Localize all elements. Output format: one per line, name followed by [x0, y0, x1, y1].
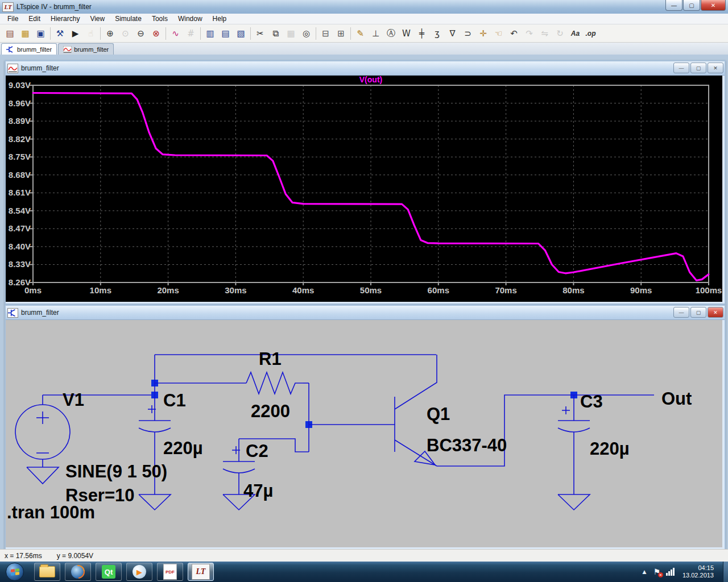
print-preview-icon[interactable]: ⊞ [333, 26, 349, 41]
copy-icon[interactable]: ⧉ [268, 26, 283, 41]
close-button[interactable]: ✕ [701, 0, 726, 11]
c3-label[interactable]: C3 [580, 392, 603, 411]
cut-icon[interactable]: ✂ [253, 26, 268, 41]
menu-tools[interactable]: Tools [147, 14, 173, 23]
waveform-minimize-button[interactable]: — [673, 63, 689, 73]
place-label-icon[interactable]: Ⓐ [383, 26, 399, 41]
menu-window[interactable]: Window [173, 14, 208, 23]
save-icon[interactable]: ▣ [33, 26, 48, 41]
menu-edit[interactable]: Edit [23, 14, 46, 23]
toolbar-separator [100, 27, 101, 40]
menu-help[interactable]: Help [208, 14, 232, 23]
q1-label[interactable]: Q1 [427, 404, 450, 424]
waveform-close-button[interactable]: ✕ [708, 63, 723, 73]
place-diode-icon[interactable]: ∇ [445, 26, 460, 41]
q1-transistor[interactable] [309, 355, 437, 466]
waveform-restore-button[interactable]: ▢ [690, 63, 706, 73]
place-inductor-icon[interactable]: ʒ [429, 26, 445, 41]
open-file-icon[interactable]: ▦ [18, 26, 33, 41]
place-component-icon[interactable]: ⊃ [460, 26, 475, 41]
menu-hierarchy[interactable]: Hierarchy [46, 14, 85, 23]
v1-value-label[interactable]: SINE(9 1 50) [65, 462, 167, 481]
cursor-x-readout: x = 17.56ms [5, 552, 42, 560]
c1-label[interactable]: C1 [163, 390, 186, 410]
cascade-windows-icon[interactable]: ▧ [233, 26, 249, 41]
menu-simulate[interactable]: Simulate [110, 14, 147, 23]
schematic-close-button[interactable]: ✕ [708, 307, 723, 318]
tile-horizontal-icon[interactable]: ▤ [218, 26, 233, 41]
r1-value-label[interactable]: 2200 [251, 401, 290, 421]
taskbar-explorer-button[interactable] [34, 563, 60, 581]
zoom-out-icon[interactable]: ⊖ [133, 26, 148, 41]
plot-area[interactable]: 0ms10ms20ms30ms40ms50ms60ms70ms80ms90ms1… [6, 76, 722, 302]
v1-label[interactable]: V1 [63, 390, 84, 410]
place-capacitor-icon[interactable]: ╪ [414, 26, 429, 41]
taskbar-ltspice-button[interactable]: LT [188, 563, 214, 581]
restore-button[interactable]: ▢ [683, 0, 700, 11]
action-center-flag-icon[interactable]: ⚑✕ [653, 567, 660, 576]
main-title-bar: LT LTspice IV - brumm_filter — ▢ ✕ [0, 0, 728, 14]
schematic-restore-button[interactable]: ▢ [690, 307, 706, 318]
c1-capacitor[interactable] [139, 355, 171, 510]
taskbar-qt-button[interactable]: Qt [96, 563, 122, 581]
draw-wire-icon[interactable]: ✎ [353, 26, 368, 41]
system-tray: ▲ ⚑✕ 04:15 13.02.2013 [642, 562, 728, 582]
network-signal-icon[interactable] [666, 568, 675, 576]
toolbar-separator [316, 27, 316, 40]
tray-expand-icon[interactable]: ▲ [642, 569, 646, 575]
move-icon[interactable]: ✛ [475, 26, 491, 41]
spice-directive-icon[interactable]: .op [583, 26, 598, 41]
schematic-minimize-button[interactable]: — [673, 307, 689, 318]
toolbar: ▤▦▣⚒▶☝⊕⊙⊖⊗∿#▥▤▧✂⧉▦◎⊟⊞✎⊥ⒶW╪ʒ∇⊃✛☜↶↷⇋↻Aa.op [0, 24, 728, 43]
tab-waveform[interactable]: brumm_filter [58, 43, 114, 55]
c3-value-label[interactable]: 220µ [590, 439, 630, 459]
c1-value-label[interactable]: 220µ [163, 438, 203, 458]
zoom-in-icon[interactable]: ⊕ [102, 26, 118, 41]
schematic-window-titlebar[interactable]: brumm_filter — ▢ ✕ [6, 306, 725, 320]
run-simulation-icon[interactable]: ▶ [68, 26, 83, 41]
place-text-icon[interactable]: Aa [568, 26, 583, 41]
svg-text:50ms: 50ms [360, 285, 382, 295]
menu-file[interactable]: File [2, 14, 23, 23]
autorange-y-axis-icon[interactable]: ∿ [168, 26, 183, 41]
svg-text:10ms: 10ms [90, 285, 111, 295]
window-title: LTspice IV - brumm_filter [16, 3, 92, 11]
toolbar-separator [250, 27, 251, 40]
c2-value-label[interactable]: 47µ [243, 481, 273, 501]
waveform-window-icon [7, 64, 18, 73]
r1-label[interactable]: R1 [259, 349, 282, 369]
clock-time: 04:15 [682, 564, 714, 572]
new-schematic-icon[interactable]: ▤ [2, 26, 18, 41]
control-panel-icon[interactable]: ⚒ [52, 26, 68, 41]
print-icon[interactable]: ⊟ [318, 26, 333, 41]
schematic-canvas[interactable]: V1 SINE(9 1 50) Rser=10 .tran 100m C1 22… [6, 320, 722, 547]
waveform-window-titlebar[interactable]: brumm_filter — ▢ ✕ [6, 61, 725, 76]
tran-directive-label[interactable]: .tran 100m [7, 502, 95, 522]
undo-icon[interactable]: ↶ [506, 26, 522, 41]
tile-vertical-icon[interactable]: ▥ [202, 26, 218, 41]
out-net-label[interactable]: Out [661, 389, 692, 409]
taskbar-clock[interactable]: 04:15 13.02.2013 [682, 564, 714, 579]
svg-text:8.75V: 8.75V [9, 152, 31, 161]
taskbar-firefox-button[interactable] [65, 563, 91, 581]
explorer-folder-icon [39, 566, 55, 577]
zoom-full-extents-icon[interactable]: ⊗ [148, 26, 164, 41]
clock-date: 13.02.2013 [682, 572, 714, 579]
taskbar-pdf-button[interactable]: PDF [157, 563, 183, 581]
drag-icon[interactable]: ☜ [491, 26, 506, 41]
q1-value-label[interactable]: BC337-40 [427, 435, 507, 455]
svg-text:8.89V: 8.89V [9, 116, 31, 126]
svg-text:8.33V: 8.33V [9, 259, 31, 269]
toolbar-separator [350, 27, 351, 40]
find-icon[interactable]: ◎ [299, 26, 314, 41]
minimize-button[interactable]: — [665, 0, 682, 11]
c2-label[interactable]: C2 [246, 441, 268, 461]
show-desktop-button[interactable] [723, 562, 728, 582]
menu-view[interactable]: View [85, 14, 110, 23]
taskbar-mediaplayer-button[interactable]: ▶ [126, 563, 152, 581]
tab-schematic[interactable]: brumm_filter [1, 43, 57, 55]
place-resistor-icon[interactable]: W [399, 26, 414, 41]
c3-capacitor[interactable] [558, 395, 590, 510]
start-button[interactable] [6, 563, 24, 581]
place-ground-icon[interactable]: ⊥ [368, 26, 383, 41]
